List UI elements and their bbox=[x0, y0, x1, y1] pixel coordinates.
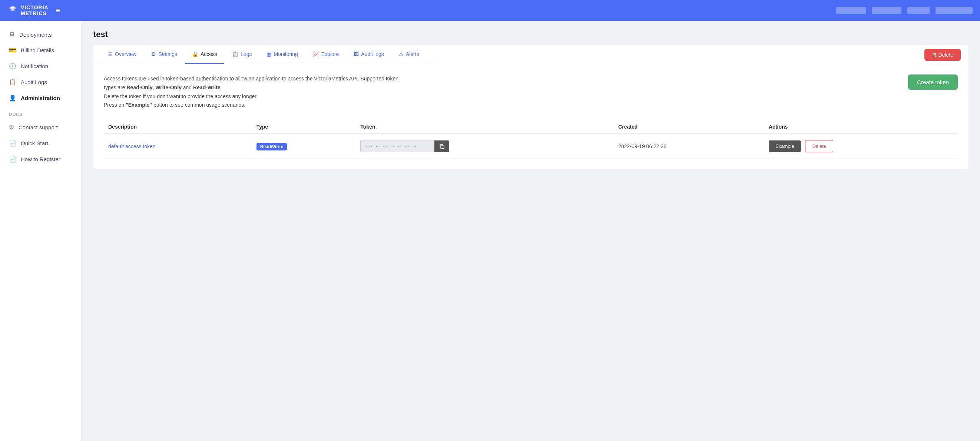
sidebar-item-label: Quick Start bbox=[21, 140, 48, 146]
token-actions: Example Delete bbox=[764, 134, 958, 159]
audit-logs-icon: 📋 bbox=[9, 78, 16, 86]
content-area: test 🖥 Overview ⚙ Settings 🔒 Access bbox=[81, 21, 980, 441]
access-tab-icon: 🔒 bbox=[192, 51, 198, 57]
access-tab-content: Access tokens are used in token-based au… bbox=[94, 64, 968, 169]
col-description: Description bbox=[104, 120, 252, 134]
token-table-header-row: Description Type Token Created Actions bbox=[104, 120, 958, 134]
sidebar-item-contact-support[interactable]: ⚙ Contact support bbox=[0, 119, 81, 135]
tab-monitoring[interactable]: ▦ Monitoring bbox=[260, 45, 304, 64]
logo-icon bbox=[7, 4, 18, 17]
sidebar-item-label: Administration bbox=[21, 95, 60, 101]
tab-logs[interactable]: 📋 Logs bbox=[225, 45, 258, 64]
token-field: ··· ·· ·· ·· ·· ·· ·· bbox=[360, 140, 609, 152]
deployments-icon: 🖥 bbox=[9, 31, 15, 38]
tab-settings[interactable]: ⚙ Settings bbox=[145, 45, 184, 64]
navbar: VICTORIAMETRICS ≡ bbox=[0, 0, 980, 21]
token-masked-value: ··· ·· ·· ·· ·· ·· ·· bbox=[360, 140, 434, 152]
hamburger-menu[interactable]: ≡ bbox=[56, 6, 60, 15]
col-token: Token bbox=[356, 120, 614, 134]
sidebar-item-label: Billing Details bbox=[21, 47, 54, 53]
col-created: Created bbox=[614, 120, 764, 134]
info-text: Access tokens are used in token-based au… bbox=[104, 75, 408, 110]
nav-account bbox=[935, 7, 973, 14]
token-description: default access token bbox=[104, 134, 252, 159]
navbar-right bbox=[836, 7, 973, 14]
example-button[interactable]: Example bbox=[769, 140, 801, 152]
sidebar-item-label: Contact support bbox=[19, 124, 58, 131]
token-copy-button[interactable] bbox=[434, 140, 449, 152]
sidebar-item-audit-logs[interactable]: 📋 Audit Logs bbox=[0, 74, 81, 90]
sidebar: 🖥 Deployments 💳 Billing Details 🕐 Notifi… bbox=[0, 21, 81, 441]
tabs-bar: 🖥 Overview ⚙ Settings 🔒 Access 📋 Logs bbox=[94, 45, 433, 64]
token-table-body: default access token Read/Write ··· ·· ·… bbox=[104, 134, 958, 159]
logo: VICTORIAMETRICS bbox=[7, 4, 49, 17]
alerts-tab-icon: ⚠ bbox=[399, 51, 404, 57]
nav-user-info bbox=[872, 7, 901, 14]
monitoring-tab-icon: ▦ bbox=[267, 51, 271, 57]
how-to-register-icon: 📄 bbox=[9, 156, 16, 163]
docs-section-label: Docs bbox=[0, 106, 81, 119]
sidebar-item-label: Audit Logs bbox=[21, 79, 47, 85]
token-type-badge: Read/Write bbox=[256, 143, 287, 150]
logo-text: VICTORIAMETRICS bbox=[21, 5, 49, 16]
col-actions: Actions bbox=[764, 120, 958, 134]
nav-region bbox=[907, 7, 929, 14]
tab-audit-logs[interactable]: 🖼 Audit logs bbox=[347, 45, 390, 64]
contact-support-icon: ⚙ bbox=[9, 124, 14, 131]
sidebar-item-how-to-register[interactable]: 📄 How to Register bbox=[0, 151, 81, 167]
sidebar-item-quick-start[interactable]: 📄 Quick Start bbox=[0, 135, 81, 151]
sidebar-item-label: How to Register bbox=[21, 156, 60, 162]
audit-logs-tab-icon: 🖼 bbox=[353, 51, 359, 57]
info-section: Access tokens are used in token-based au… bbox=[104, 75, 958, 110]
tab-overview[interactable]: 🖥 Overview bbox=[101, 45, 143, 64]
svg-rect-0 bbox=[441, 145, 444, 149]
tab-alerts[interactable]: ⚠ Alerts bbox=[392, 45, 426, 64]
page-title: test bbox=[94, 30, 968, 39]
token-description-link[interactable]: default access token bbox=[108, 143, 156, 150]
notification-icon: 🕐 bbox=[9, 63, 16, 70]
col-type: Type bbox=[252, 120, 356, 134]
token-table: Description Type Token Created Actions d… bbox=[104, 120, 958, 159]
tab-access[interactable]: 🔒 Access bbox=[185, 45, 224, 64]
create-token-button[interactable]: Create token bbox=[908, 75, 958, 90]
sidebar-item-billing-details[interactable]: 💳 Billing Details bbox=[0, 42, 81, 58]
token-delete-button[interactable]: Delete bbox=[805, 140, 833, 152]
main-layout: 🖥 Deployments 💳 Billing Details 🕐 Notifi… bbox=[0, 21, 980, 441]
sidebar-item-label: Deployments bbox=[19, 32, 52, 38]
sidebar-item-label: Notification bbox=[21, 63, 48, 69]
explore-tab-icon: 📈 bbox=[313, 51, 319, 57]
administration-icon: 👤 bbox=[9, 94, 16, 102]
billing-icon: 💳 bbox=[9, 47, 16, 54]
quick-start-icon: 📄 bbox=[9, 140, 16, 147]
sidebar-item-administration[interactable]: 👤 Administration bbox=[0, 90, 81, 106]
settings-tab-icon: ⚙ bbox=[151, 51, 156, 57]
token-table-head: Description Type Token Created Actions bbox=[104, 120, 958, 134]
tab-explore[interactable]: 📈 Explore bbox=[306, 45, 345, 64]
main-card: 🖥 Overview ⚙ Settings 🔒 Access 📋 Logs bbox=[94, 45, 968, 169]
token-created: 2022-09-19 06:22:36 bbox=[614, 134, 764, 159]
token-type: Read/Write bbox=[252, 134, 356, 159]
tabs-wrapper: 🖥 Overview ⚙ Settings 🔒 Access 📋 Logs bbox=[94, 45, 968, 64]
navbar-left: VICTORIAMETRICS ≡ bbox=[7, 4, 60, 17]
sidebar-item-notification[interactable]: 🕐 Notification bbox=[0, 58, 81, 74]
logs-tab-icon: 📋 bbox=[232, 51, 238, 57]
nav-credit-icon bbox=[836, 7, 866, 14]
overview-tab-icon: 🖥 bbox=[108, 51, 113, 57]
delete-deployment-button[interactable]: 🗑 Delete bbox=[924, 49, 961, 61]
table-row: default access token Read/Write ··· ·· ·… bbox=[104, 134, 958, 159]
token-value-cell: ··· ·· ·· ·· ·· ·· ·· bbox=[356, 134, 614, 159]
sidebar-item-deployments[interactable]: 🖥 Deployments bbox=[0, 27, 81, 42]
